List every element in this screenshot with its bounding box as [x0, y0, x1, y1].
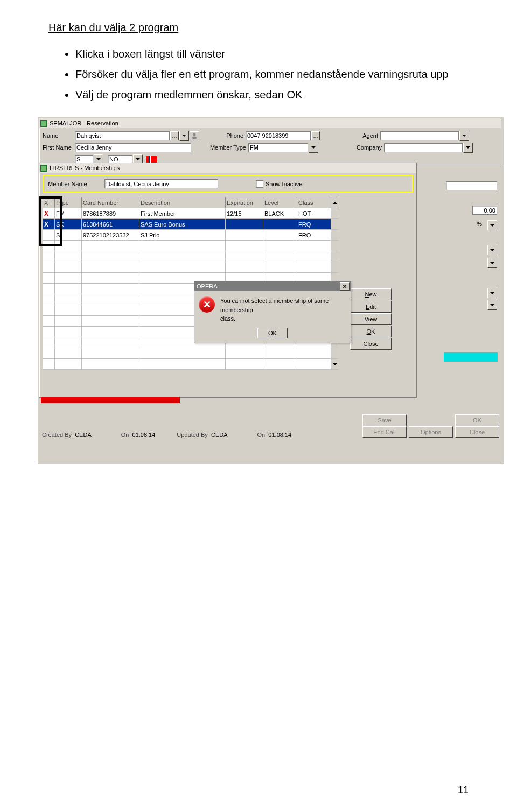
cell-level [263, 219, 297, 230]
updated-by-value: CEDA [211, 432, 228, 438]
table-row[interactable]: SJ 97522102123532 SJ Prio FRQ [43, 230, 339, 241]
label-agent: Agent [346, 132, 378, 139]
dialog-ok-button[interactable]: OK [257, 328, 288, 338]
sidebar-fields [446, 181, 497, 190]
side-dropdown-2[interactable] [487, 258, 497, 268]
dialog-message: You cannot select a membership of same m… [220, 296, 345, 323]
on-label: On [121, 432, 129, 438]
label-phone: Phone [210, 132, 243, 139]
edit-button[interactable]: Edit [350, 301, 392, 313]
error-icon: ✕ [199, 296, 215, 313]
pct-dropdown[interactable] [487, 220, 497, 230]
phone-more-button[interactable]: ... [311, 131, 320, 140]
cell-exp: 12/15 [226, 208, 263, 219]
phone-field[interactable]: 0047 92018399 [246, 131, 311, 140]
ok-button[interactable]: OK [350, 326, 392, 337]
col-desc[interactable]: Description [139, 197, 226, 208]
created-by-value: CEDA [75, 432, 92, 438]
cell-level [263, 230, 297, 241]
amount-value: 0.00 [443, 206, 497, 215]
col-card[interactable]: Card Number [82, 197, 139, 208]
reservation-titlebar: SEMALJOR - Reservation [39, 118, 501, 128]
sidebar-input[interactable] [446, 181, 497, 190]
close-icon[interactable]: ✕ [340, 282, 350, 291]
cell-type: SK [55, 219, 82, 230]
label-company: Company [343, 144, 382, 151]
checkbox-icon [256, 180, 263, 188]
x-icon: X [44, 221, 48, 228]
col-exp[interactable]: Expiration [226, 197, 263, 208]
cell-card: 97522102123532 [82, 230, 139, 241]
svg-point-3 [192, 137, 197, 139]
x-icon: X [44, 210, 48, 217]
table-row[interactable] [43, 262, 339, 273]
page-number: 11 [458, 785, 469, 796]
label-member-type: Member Type [198, 144, 246, 151]
col-type[interactable]: Type [55, 197, 82, 208]
list-item: Försöker du välja fler en ett program, k… [75, 64, 469, 84]
cell-desc: First Member [139, 208, 226, 219]
memberships-title: FIRSTRES - Memberships [50, 165, 120, 171]
end-call-button[interactable]: End Call [362, 426, 407, 438]
first-name-field[interactable]: Cecilia Jenny [75, 143, 191, 152]
show-inactive-label: Show Inactive [266, 181, 303, 187]
table-row[interactable] [43, 251, 339, 262]
company-field[interactable] [384, 143, 463, 152]
side-dropdown-4[interactable] [487, 300, 497, 310]
footer-close-button[interactable]: Close [455, 426, 499, 438]
side-dropdown-1[interactable] [487, 245, 497, 255]
list-item: Välj de program medlemmen önskar, sedan … [75, 84, 469, 105]
cell-type: FM [55, 208, 82, 219]
window-icon [40, 120, 47, 127]
agent-field[interactable] [380, 131, 459, 140]
member-type-field[interactable]: FM [248, 143, 308, 152]
scroll-track [331, 219, 339, 230]
col-x[interactable]: X [43, 197, 55, 208]
cell-class: FRQ [297, 230, 331, 241]
table-row[interactable] [43, 348, 339, 359]
cell-level: BLACK [263, 208, 297, 219]
percent-label: % [477, 221, 482, 227]
ellipsis-button[interactable]: ... [170, 131, 179, 140]
company-dropdown[interactable] [463, 143, 473, 153]
grid-header-row: X Type Card Number Description Expiratio… [43, 197, 339, 208]
col-level[interactable]: Level [263, 197, 297, 208]
table-row[interactable] [43, 241, 339, 251]
options-button[interactable]: Options [409, 426, 453, 438]
col-class[interactable]: Class [297, 197, 331, 208]
reservation-title: SEMALJOR - Reservation [50, 120, 118, 126]
on-label-2: On [257, 432, 266, 438]
name-dropdown[interactable] [179, 131, 189, 141]
amount-field[interactable]: 0.00 [472, 206, 497, 215]
new-button[interactable]: New [350, 288, 392, 300]
scroll-track [331, 230, 339, 241]
table-row[interactable]: X FM 8786187889 First Member 12/15 BLACK… [43, 208, 339, 219]
table-row[interactable]: X SK 613844661 SAS Euro Bonus FRQ [43, 219, 339, 230]
memberships-titlebar: FIRSTRES - Memberships [39, 163, 416, 173]
member-name-field[interactable]: Dahlqvist, Cecilia Jenny [104, 179, 218, 188]
profile-icon-button[interactable] [190, 131, 199, 140]
cell-exp [226, 219, 263, 230]
save-button[interactable]: Save [362, 414, 407, 426]
cell-desc: SJ Prio [139, 230, 226, 241]
cell-card: 613844661 [82, 219, 139, 230]
window-icon [40, 165, 47, 172]
footer-button-grid: Save OK End Call Options Close [362, 414, 499, 438]
reservation-window: SEMALJOR - Reservation Name Dahlqvist ..… [39, 118, 501, 164]
side-dropdown-3[interactable] [487, 288, 497, 298]
agent-dropdown[interactable] [459, 131, 469, 141]
page-heading: Här kan du välja 2 program [48, 22, 469, 34]
show-inactive-checkbox[interactable]: Show Inactive [256, 180, 303, 188]
footer-ok-button[interactable]: OK [455, 414, 499, 426]
view-button[interactable]: View [350, 313, 392, 325]
instruction-list: Klicka i boxen längst till vänster Försö… [48, 44, 469, 105]
member-name-panel: Member Name Dahlqvist, Cecilia Jenny Sho… [43, 175, 413, 193]
scroll-up-button[interactable] [331, 197, 339, 208]
created-by-label: Created By [42, 432, 72, 438]
table-row[interactable] [43, 359, 339, 370]
svg-rect-1 [41, 121, 46, 126]
name-field[interactable]: Dahlqvist [75, 131, 170, 140]
cyan-field[interactable] [444, 352, 498, 362]
member-type-dropdown[interactable] [309, 143, 318, 153]
close-button[interactable]: Close [350, 338, 392, 350]
